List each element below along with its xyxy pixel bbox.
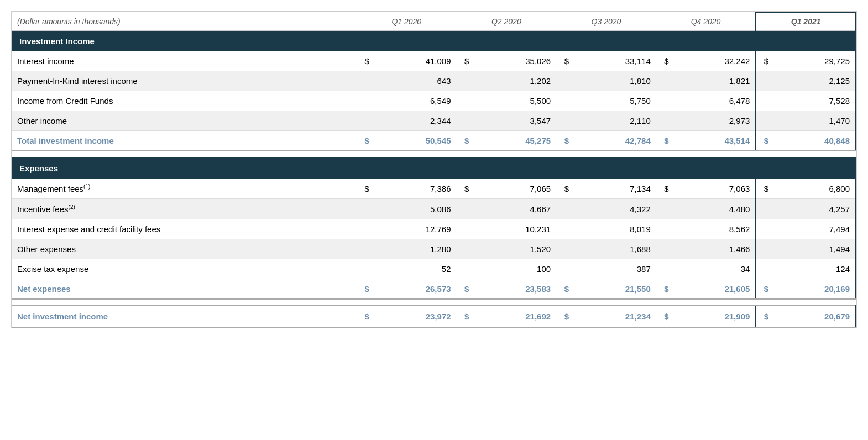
q3-2020-value: 5,750 <box>574 91 656 111</box>
dollar-sign: $ <box>756 131 774 151</box>
row-label: Management fees(1) <box>12 179 357 199</box>
q1-2021-net: 20,679 <box>774 306 856 327</box>
dollar-sign: $ <box>357 279 375 300</box>
dollar-sign: $ <box>756 306 774 327</box>
empty-dollar <box>756 71 774 91</box>
empty-dollar <box>756 239 774 259</box>
empty-dollar <box>656 199 674 219</box>
empty-dollar <box>357 199 375 219</box>
investment-income-header: Investment Income <box>12 31 856 52</box>
dollar-sign: $ <box>457 131 475 151</box>
q3-2020-value: 4,322 <box>574 199 656 219</box>
empty-dollar <box>656 259 674 279</box>
dollar-sign: $ <box>756 279 774 300</box>
row-label: Incentive fees(2) <box>12 199 357 219</box>
empty-dollar <box>357 239 375 259</box>
q4-2020-value: 8,562 <box>674 219 756 239</box>
q3-2020-total: 42,784 <box>574 131 656 151</box>
dollar-sign: $ <box>457 306 475 327</box>
dollar-sign: $ <box>457 179 475 199</box>
dollar-sign: $ <box>457 279 475 300</box>
q3-2020-net: 21,234 <box>574 306 656 327</box>
col-q3-2020-header: Q3 2020 <box>556 12 656 31</box>
q2-2020-total: 45,275 <box>474 131 556 151</box>
q4-2020-total: 43,514 <box>674 131 756 151</box>
q4-2020-net: 21,909 <box>674 306 756 327</box>
dollar-sign: $ <box>457 51 475 71</box>
q1-2021-value: 7,494 <box>774 219 856 239</box>
q4-2020-total: 21,605 <box>674 279 756 300</box>
col-q1-2020-header: Q1 2020 <box>357 12 457 31</box>
net-expenses-label: Net expenses <box>12 279 357 300</box>
empty-dollar <box>756 219 774 239</box>
q2-2020-value: 1,520 <box>474 239 556 259</box>
q1-2021-value: 1,470 <box>774 111 856 131</box>
dollar-sign: $ <box>756 51 774 71</box>
table-row: Interest income $ 41,009 $ 35,026 $ 33,1… <box>12 51 856 71</box>
spacer <box>12 299 856 306</box>
row-label: Interest income <box>12 51 357 71</box>
total-label: Total investment income <box>12 131 357 151</box>
dollar-sign: $ <box>357 306 375 327</box>
q2-2020-value: 10,231 <box>474 219 556 239</box>
q1-2020-value: 41,009 <box>375 51 457 71</box>
col-q1-2021-header: Q1 2021 <box>756 12 856 31</box>
row-label: Other expenses <box>12 239 357 259</box>
empty-dollar <box>457 259 475 279</box>
q4-2020-value: 2,973 <box>674 111 756 131</box>
dollar-sign: $ <box>656 131 674 151</box>
spacer <box>12 151 856 158</box>
empty-dollar <box>656 91 674 111</box>
q1-2020-value: 7,386 <box>375 179 457 199</box>
empty-dollar <box>357 219 375 239</box>
q1-2020-total: 50,545 <box>375 131 457 151</box>
q2-2020-value: 5,500 <box>474 91 556 111</box>
row-label: Interest expense and credit facility fee… <box>12 219 357 239</box>
row-label: Income from Credit Funds <box>12 91 357 111</box>
dollar-sign: $ <box>357 179 375 199</box>
empty-dollar <box>357 91 375 111</box>
q1-2021-total: 20,169 <box>774 279 856 300</box>
empty-dollar <box>357 71 375 91</box>
expenses-header: Expenses <box>12 158 856 179</box>
q2-2020-total: 23,583 <box>474 279 556 300</box>
q1-2020-value: 643 <box>375 71 457 91</box>
empty-dollar <box>756 199 774 219</box>
empty-dollar <box>556 219 574 239</box>
q4-2020-value: 34 <box>674 259 756 279</box>
dollar-sign: $ <box>656 306 674 327</box>
empty-dollar <box>656 111 674 131</box>
empty-dollar <box>656 239 674 259</box>
q1-2021-value: 7,528 <box>774 91 856 111</box>
empty-dollar <box>457 111 475 131</box>
q4-2020-value: 7,063 <box>674 179 756 199</box>
empty-dollar <box>457 219 475 239</box>
empty-dollar <box>556 239 574 259</box>
table-row: Income from Credit Funds 6,549 5,500 5,7… <box>12 91 856 111</box>
empty-dollar <box>457 239 475 259</box>
dollar-sign: $ <box>556 306 574 327</box>
dollar-sign: $ <box>556 279 574 300</box>
q4-2020-value: 32,242 <box>674 51 756 71</box>
row-label: Other income <box>12 111 357 131</box>
row-label: Excise tax expense <box>12 259 357 279</box>
q4-2020-value: 1,466 <box>674 239 756 259</box>
footnote-sup: (1) <box>83 184 90 190</box>
q4-2020-value: 4,480 <box>674 199 756 219</box>
q1-2021-value: 6,800 <box>774 179 856 199</box>
q1-2021-value: 2,125 <box>774 71 856 91</box>
expenses-label: Expenses <box>12 158 856 179</box>
q3-2020-value: 1,688 <box>574 239 656 259</box>
empty-dollar <box>556 199 574 219</box>
q2-2020-value: 4,667 <box>474 199 556 219</box>
table-row: Other expenses 1,280 1,520 1,688 1,466 1… <box>12 239 856 259</box>
q1-2021-value: 29,725 <box>774 51 856 71</box>
q1-2020-value: 52 <box>375 259 457 279</box>
table-row: Incentive fees(2) 5,086 4,667 4,322 4,48… <box>12 199 856 219</box>
table-row: Management fees(1) $ 7,386 $ 7,065 $ 7,1… <box>12 179 856 199</box>
q1-2020-value: 5,086 <box>375 199 457 219</box>
q1-2021-value: 1,494 <box>774 239 856 259</box>
q3-2020-value: 8,019 <box>574 219 656 239</box>
q3-2020-value: 7,134 <box>574 179 656 199</box>
q1-2020-total: 26,573 <box>375 279 457 300</box>
